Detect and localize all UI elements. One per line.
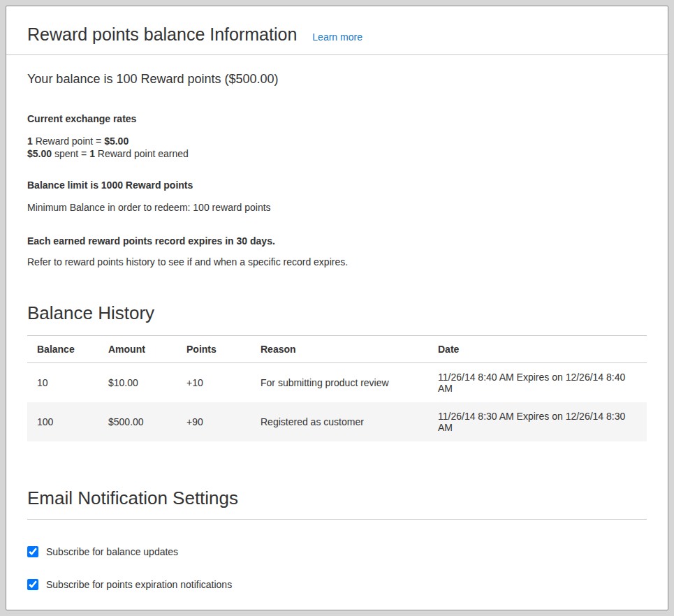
subscribe-balance-updates-row[interactable]: Subscribe for balance updates — [27, 546, 647, 557]
exchange-rate-line-1: 1 Reward point = $5.00 — [27, 135, 647, 147]
rate2-text2: Reward point earned — [95, 148, 189, 159]
exchange-rates-heading: Current exchange rates — [27, 113, 647, 124]
page-title: Reward points balance Information — [27, 24, 297, 45]
table-header-row: Balance Amount Points Reason Date — [27, 336, 647, 363]
rate1-value: $5.00 — [104, 135, 129, 147]
expiration-notifications-checkbox[interactable] — [27, 579, 38, 590]
cell-points: +90 — [180, 402, 254, 441]
col-reason: Reason — [254, 336, 431, 363]
exchange-rates: 1 Reward point = $5.00 $5.00 spent = 1 R… — [27, 135, 647, 160]
cell-reason: For submitting product review — [254, 363, 431, 403]
col-amount: Amount — [101, 336, 180, 363]
table-row: 100 $500.00 +90 Registered as customer 1… — [27, 402, 647, 441]
expiry-note-text: Refer to reward points history to see if… — [27, 256, 647, 267]
email-notification-heading: Email Notification Settings — [27, 487, 647, 509]
learn-more-link[interactable]: Learn more — [312, 31, 362, 43]
cell-balance: 100 — [27, 402, 101, 441]
cell-amount: $10.00 — [101, 363, 180, 403]
reward-points-panel: Reward points balance Information Learn … — [6, 6, 668, 610]
cell-reason: Registered as customer — [254, 402, 431, 441]
balance-updates-label: Subscribe for balance updates — [46, 546, 178, 557]
exchange-rate-line-2: $5.00 spent = 1 Reward point earned — [27, 147, 647, 160]
rate2-points: 1 — [89, 148, 95, 159]
col-balance: Balance — [27, 336, 101, 363]
cell-date: 11/26/14 8:30 AM Expires on 12/26/14 8:3… — [431, 402, 647, 441]
balance-limit-text: Balance limit is 1000 Reward points — [27, 179, 647, 191]
cell-amount: $500.00 — [101, 402, 180, 441]
rate2-value: $5.00 — [27, 148, 52, 159]
balance-history-heading: Balance History — [27, 302, 647, 324]
page-header: Reward points balance Information Learn … — [6, 6, 668, 55]
rate1-points: 1 — [27, 135, 33, 147]
balance-history-table: Balance Amount Points Reason Date 10 $10… — [27, 335, 647, 441]
balance-summary: Your balance is 100 Reward points ($500.… — [27, 72, 647, 87]
expiration-notifications-label: Subscribe for points expiration notifica… — [46, 579, 232, 590]
rate2-text1: spent = — [52, 148, 89, 159]
cell-date: 11/26/14 8:40 AM Expires on 12/26/14 8:4… — [431, 363, 647, 403]
col-date: Date — [431, 336, 647, 363]
minimum-redeem-text: Minimum Balance in order to redeem: 100 … — [27, 202, 647, 213]
col-points: Points — [180, 336, 254, 363]
cell-balance: 10 — [27, 363, 101, 403]
subscribe-expiration-row[interactable]: Subscribe for points expiration notifica… — [27, 579, 647, 590]
table-row: 10 $10.00 +10 For submitting product rev… — [27, 363, 647, 403]
balance-updates-checkbox[interactable] — [27, 546, 38, 557]
email-notification-section: Email Notification Settings — [27, 487, 647, 520]
page-content: Your balance is 100 Reward points ($500.… — [6, 72, 668, 610]
cell-points: +10 — [180, 363, 254, 403]
rate1-text: Reward point = — [33, 135, 104, 147]
expiry-rule-text: Each earned reward points record expires… — [27, 235, 647, 247]
